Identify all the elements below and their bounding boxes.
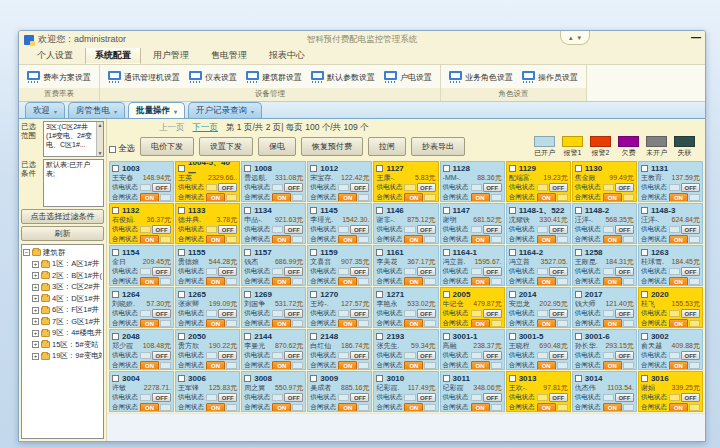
room-checkbox[interactable]	[443, 249, 450, 256]
tree-item[interactable]: +7区：G区1#井	[23, 316, 102, 328]
menu-item-系统配置[interactable]: 系统配置	[85, 46, 141, 64]
room-checkbox[interactable]	[244, 165, 251, 172]
room-card[interactable]: 1133德井典.3.78元供电状态OFF合闸状态ON	[175, 203, 240, 244]
batch-button-恢复预付费[interactable]: 恢复预付费	[301, 137, 363, 156]
room-checkbox[interactable]	[376, 207, 383, 214]
room-card[interactable]: 1159文喜音907.35元供电状态OFF合闸状态ON	[307, 245, 372, 286]
expand-icon[interactable]: +	[32, 353, 39, 360]
tree-root[interactable]: −建筑群	[23, 247, 102, 259]
selected-range-box[interactable]: 3区:(C区2#井 (1#变电、2#变电、C区1#... ▲▼	[43, 121, 104, 157]
supply-off-button[interactable]: OFF	[284, 309, 303, 318]
breaker-on-button[interactable]: ON	[140, 319, 159, 328]
supply-off-button[interactable]: OFF	[218, 225, 237, 234]
breaker-on-button[interactable]: ON	[272, 403, 291, 412]
room-checkbox[interactable]	[509, 375, 516, 382]
breaker-on-button[interactable]: ON	[338, 361, 357, 370]
room-card[interactable]: 1131王教育.137.59元供电状态OFF合闸状态ON	[638, 161, 703, 202]
expand-icon[interactable]: +	[32, 295, 39, 302]
room-checkbox[interactable]	[641, 249, 648, 256]
tab-开户记录查询[interactable]: 开户记录查询▾	[188, 102, 262, 118]
room-card[interactable]: 2048郑少霞108.48元供电状态OFF合闸状态ON	[109, 329, 174, 370]
room-checkbox[interactable]	[641, 207, 648, 214]
room-checkbox[interactable]	[310, 333, 317, 340]
breaker-on-button[interactable]: ON	[272, 235, 291, 244]
room-card[interactable]: 3002俞天越409.88元供电状态OFF合闸状态ON	[638, 329, 703, 370]
breaker-on-button[interactable]: ON	[603, 319, 622, 328]
room-card[interactable]: 1130焦金殿99.49元供电状态OFF合闸状态ON	[572, 161, 637, 202]
room-card[interactable]: 1264刘晓娇.57.30元供电状态OFF合闸状态ON	[109, 287, 174, 328]
room-card[interactable]: 1164-1冯立普.1595.67.供电状态OFF合闸状态ON	[440, 245, 505, 286]
supply-off-button[interactable]: OFF	[152, 351, 171, 360]
supply-off-button[interactable]: OFF	[549, 267, 568, 276]
breaker-on-button[interactable]: ON	[206, 361, 225, 370]
supply-off-button[interactable]: OFF	[681, 225, 700, 234]
breaker-on-button[interactable]: ON	[272, 361, 291, 370]
room-card[interactable]: 2005牛记仓479.87元供电状态OFF合闸状态ON	[440, 287, 505, 328]
breaker-on-button[interactable]: ON	[140, 361, 159, 370]
room-checkbox[interactable]	[575, 375, 582, 382]
supply-off-button[interactable]: OFF	[152, 267, 171, 276]
tab-房管售电[interactable]: 房管售电▾	[68, 102, 125, 118]
breaker-on-button[interactable]: ON	[404, 319, 423, 328]
room-card[interactable]: 1134申品-.921.63元供电状态OFF合闸状态ON	[241, 203, 306, 244]
breaker-on-button[interactable]: ON	[669, 319, 688, 328]
room-checkbox[interactable]	[376, 165, 383, 172]
breaker-on-button[interactable]: ON	[140, 403, 159, 412]
supply-off-button[interactable]: OFF	[284, 225, 303, 234]
tab-dropdown-icon[interactable]: ▾	[114, 108, 117, 115]
breaker-on-button[interactable]: ON	[206, 235, 225, 244]
room-checkbox[interactable]	[509, 249, 516, 256]
supply-off-button[interactable]: OFF	[615, 309, 634, 318]
ribbon-button-建筑群设置[interactable]: 建筑群设置	[246, 71, 302, 83]
supply-off-button[interactable]: OFF	[152, 183, 171, 192]
room-card[interactable]: 1161李美花367.17元供电状态OFF合闸状态ON	[373, 245, 438, 286]
supply-off-button[interactable]: OFF	[549, 183, 568, 192]
breaker-on-button[interactable]: ON	[338, 235, 357, 244]
breaker-on-button[interactable]: ON	[272, 277, 291, 286]
room-checkbox[interactable]	[641, 333, 648, 340]
supply-off-button[interactable]: OFF	[417, 225, 436, 234]
room-checkbox[interactable]	[310, 207, 317, 214]
refresh-button[interactable]: 刷新	[21, 226, 104, 241]
supply-off-button[interactable]: OFF	[681, 309, 700, 318]
supply-off-button[interactable]: OFF	[681, 183, 700, 192]
room-card[interactable]: 1263桂球雪.184.45元供电状态OFF合闸状态ON	[638, 245, 703, 286]
supply-off-button[interactable]: OFF	[549, 351, 568, 360]
room-card[interactable]: 3011纪彩霞348.06元供电状态OFF合闸状态ON	[440, 371, 505, 412]
room-card[interactable]: 1128-MM-.88.36元供电状态OFF合闸状态ON	[440, 161, 505, 202]
room-checkbox[interactable]	[641, 165, 648, 172]
room-card[interactable]: 1148-3汪洋-.624.84元供电状态OFF合闸状态ON	[638, 203, 703, 244]
supply-off-button[interactable]: OFF	[483, 351, 502, 360]
supply-off-button[interactable]: OFF	[284, 393, 303, 402]
menu-item-报表中心[interactable]: 报表中心	[259, 46, 315, 64]
breaker-on-button[interactable]: ON	[471, 235, 490, 244]
room-card[interactable]: 1258王殿昆.184.31元供电状态OFF合闸状态ON	[572, 245, 637, 286]
tree-item[interactable]: +3区：C区2#井（1#变	[23, 282, 102, 294]
supply-off-button[interactable]: OFF	[218, 309, 237, 318]
supply-off-button[interactable]: OFF	[152, 393, 171, 402]
breaker-on-button[interactable]: ON	[140, 277, 159, 286]
room-checkbox[interactable]	[443, 291, 450, 298]
breaker-on-button[interactable]: ON	[140, 235, 159, 244]
tree-item[interactable]: +4区：D区1#井（D区1	[23, 293, 102, 305]
ribbon-button-仪表设置[interactable]: 仪表设置	[189, 71, 237, 83]
breaker-on-button[interactable]: ON	[404, 235, 423, 244]
ribbon-button-操作员设置[interactable]: 操作员设置	[522, 71, 578, 83]
room-checkbox[interactable]	[509, 165, 516, 172]
room-card[interactable]: 1271李艳永533.02元供电状态OFF合闸状态ON	[373, 287, 438, 328]
batch-button-拉闸[interactable]: 拉闸	[368, 137, 406, 156]
ribbon-button-默认参数设置[interactable]: 默认参数设置	[311, 71, 375, 83]
room-card[interactable]: 2017钱大师121.40元供电状态OFF合闸状态ON	[572, 287, 637, 328]
tab-dropdown-icon[interactable]: ▾	[251, 108, 254, 115]
room-checkbox[interactable]	[178, 207, 185, 214]
breaker-on-button[interactable]: ON	[404, 277, 423, 286]
breaker-on-button[interactable]: ON	[338, 193, 357, 202]
tree-item[interactable]: +6区：F区1#井（F区1#	[23, 305, 102, 317]
room-checkbox[interactable]	[178, 333, 185, 340]
room-card[interactable]: 1003王安春148.94元供电状态OFF合闸状态ON	[109, 161, 174, 202]
room-card[interactable]: 3014仇杰伟1103.54.供电状态OFF合闸状态ON	[572, 371, 637, 412]
room-checkbox[interactable]	[310, 375, 317, 382]
room-card[interactable]: 1127王康-.5.83元供电状态OFF合闸状态ON	[373, 161, 438, 202]
breaker-on-button[interactable]: ON	[669, 235, 688, 244]
batch-button-设置下发[interactable]: 设置下发	[199, 137, 253, 156]
